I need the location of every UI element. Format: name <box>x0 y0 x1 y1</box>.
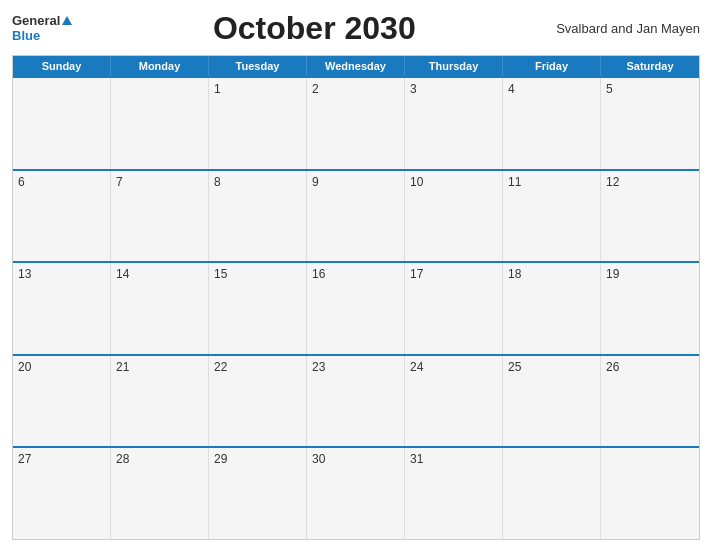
calendar: SundayMondayTuesdayWednesdayThursdayFrid… <box>12 55 700 540</box>
cal-cell: 4 <box>503 78 601 169</box>
calendar-week-4: 2728293031 <box>13 446 699 539</box>
day-number: 12 <box>606 175 619 189</box>
day-number: 1 <box>214 82 221 96</box>
cal-cell: 2 <box>307 78 405 169</box>
day-number: 24 <box>410 360 423 374</box>
cal-header-thursday: Thursday <box>405 56 503 76</box>
day-number: 6 <box>18 175 25 189</box>
day-number: 14 <box>116 267 129 281</box>
cal-header-sunday: Sunday <box>13 56 111 76</box>
region-label: Svalbard and Jan Mayen <box>556 21 700 36</box>
page: General Blue October 2030 Svalbard and J… <box>0 0 712 550</box>
cal-cell: 17 <box>405 263 503 354</box>
cal-header-monday: Monday <box>111 56 209 76</box>
day-number: 15 <box>214 267 227 281</box>
day-number: 10 <box>410 175 423 189</box>
cal-cell: 5 <box>601 78 699 169</box>
day-number: 11 <box>508 175 521 189</box>
cal-header-friday: Friday <box>503 56 601 76</box>
day-number: 29 <box>214 452 227 466</box>
cal-cell: 8 <box>209 171 307 262</box>
cal-cell: 15 <box>209 263 307 354</box>
cal-cell: 3 <box>405 78 503 169</box>
cal-cell: 24 <box>405 356 503 447</box>
day-number: 9 <box>312 175 319 189</box>
cal-cell: 14 <box>111 263 209 354</box>
cal-header-tuesday: Tuesday <box>209 56 307 76</box>
cal-cell <box>13 78 111 169</box>
cal-cell: 31 <box>405 448 503 539</box>
day-number: 28 <box>116 452 129 466</box>
day-number: 4 <box>508 82 515 96</box>
cal-cell: 21 <box>111 356 209 447</box>
calendar-week-2: 13141516171819 <box>13 261 699 354</box>
day-number: 20 <box>18 360 31 374</box>
day-number: 18 <box>508 267 521 281</box>
calendar-week-0: 12345 <box>13 76 699 169</box>
day-number: 25 <box>508 360 521 374</box>
day-number: 27 <box>18 452 31 466</box>
cal-cell: 11 <box>503 171 601 262</box>
day-number: 23 <box>312 360 325 374</box>
cal-cell: 13 <box>13 263 111 354</box>
month-title: October 2030 <box>72 10 556 47</box>
day-number: 13 <box>18 267 31 281</box>
day-number: 5 <box>606 82 613 96</box>
logo-general-text: General <box>12 14 60 28</box>
cal-cell: 12 <box>601 171 699 262</box>
day-number: 7 <box>116 175 123 189</box>
cal-cell: 27 <box>13 448 111 539</box>
cal-cell: 18 <box>503 263 601 354</box>
day-number: 2 <box>312 82 319 96</box>
day-number: 31 <box>410 452 423 466</box>
cal-cell <box>503 448 601 539</box>
cal-cell <box>601 448 699 539</box>
cal-cell: 7 <box>111 171 209 262</box>
cal-cell: 30 <box>307 448 405 539</box>
cal-cell: 10 <box>405 171 503 262</box>
calendar-body: 1234567891011121314151617181920212223242… <box>13 76 699 539</box>
logo-triangle-icon <box>62 16 72 25</box>
cal-header-wednesday: Wednesday <box>307 56 405 76</box>
cal-cell: 19 <box>601 263 699 354</box>
day-number: 30 <box>312 452 325 466</box>
day-number: 21 <box>116 360 129 374</box>
day-number: 16 <box>312 267 325 281</box>
logo-blue-text: Blue <box>12 29 40 43</box>
cal-cell: 29 <box>209 448 307 539</box>
calendar-header-row: SundayMondayTuesdayWednesdayThursdayFrid… <box>13 56 699 76</box>
cal-cell: 9 <box>307 171 405 262</box>
calendar-week-1: 6789101112 <box>13 169 699 262</box>
cal-cell: 1 <box>209 78 307 169</box>
cal-cell <box>111 78 209 169</box>
cal-cell: 25 <box>503 356 601 447</box>
cal-cell: 16 <box>307 263 405 354</box>
cal-cell: 28 <box>111 448 209 539</box>
cal-cell: 6 <box>13 171 111 262</box>
day-number: 22 <box>214 360 227 374</box>
logo: General Blue <box>12 14 72 43</box>
cal-cell: 22 <box>209 356 307 447</box>
day-number: 8 <box>214 175 221 189</box>
day-number: 19 <box>606 267 619 281</box>
cal-header-saturday: Saturday <box>601 56 699 76</box>
cal-cell: 26 <box>601 356 699 447</box>
day-number: 3 <box>410 82 417 96</box>
calendar-week-3: 20212223242526 <box>13 354 699 447</box>
cal-cell: 20 <box>13 356 111 447</box>
header: General Blue October 2030 Svalbard and J… <box>12 10 700 47</box>
day-number: 17 <box>410 267 423 281</box>
day-number: 26 <box>606 360 619 374</box>
cal-cell: 23 <box>307 356 405 447</box>
